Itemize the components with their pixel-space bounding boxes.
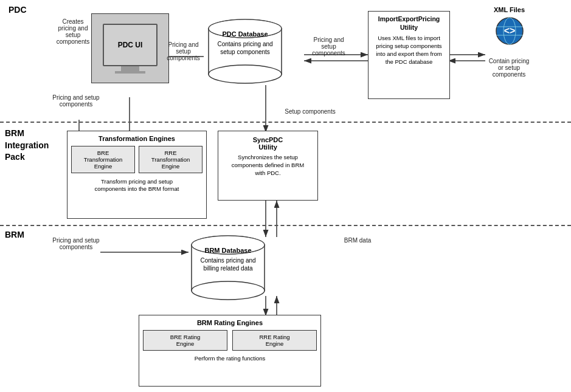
brm-section-label: BRM — [5, 230, 24, 239]
pdc-database-content: PDC Database Contains pricing andsetup c… — [206, 30, 285, 56]
rating-engines-sub-boxes: BRE RatingEngine RRE RatingEngine — [143, 330, 317, 351]
setup-components-label: Setup components — [274, 108, 347, 115]
monitor-stand — [121, 66, 139, 71]
pricing-setup-bottom-label: Pricing and setupcomponents — [46, 94, 106, 108]
syncpdc-title: SyncPDCUtility — [223, 136, 313, 151]
bre-transform-box: BRETransformationEngine — [71, 146, 135, 173]
xml-files-title: XML Files — [483, 6, 535, 13]
import-export-desc: Uses XML files to importpricing setup co… — [372, 35, 446, 66]
pdc-database-cylinder: PDC Database Contains pricing andsetup c… — [206, 13, 285, 92]
rre-rating-box: RRE RatingEngine — [232, 330, 317, 351]
pricing-setup-brm-label: Pricing and setupcomponents — [46, 237, 106, 250]
brm-database-cylinder: BRM Database Contains pricing andbilling… — [189, 230, 268, 309]
xml-globe-icon: <> — [494, 16, 525, 46]
brm-integration-brm-divider — [0, 225, 571, 226]
brm-rating-engines-box: BRM Rating Engines BRE RatingEngine RRE … — [139, 315, 321, 387]
pdc-ui-title: PDC UI — [118, 41, 143, 49]
brm-rating-engines-title: BRM Rating Engines — [143, 319, 317, 326]
brm-data-label: BRM data — [333, 237, 382, 244]
pdc-ui-box: PDC UI — [91, 13, 169, 83]
rre-transform-box: RRETransformationEngine — [139, 146, 202, 173]
transformation-engines-desc: Transform pricing and setupcomponents in… — [71, 178, 202, 193]
brm-integration-label: BRMIntegrationPack — [5, 128, 49, 163]
pricing-setup-label-2: Pricing andsetupcomponents — [306, 36, 351, 57]
xml-files-section: XML Files <> — [483, 6, 535, 46]
transformation-engines-sub-boxes: BRETransformationEngine RRETransformatio… — [71, 146, 202, 173]
brm-database-title: BRM Database — [189, 247, 268, 254]
transformation-engines-box: Transformation Engines BRETransformation… — [67, 131, 207, 219]
brm-database-desc: Contains pricing andbilling related data — [189, 256, 268, 272]
pricing-setup-label-1: Pricing andsetupcomponents — [161, 41, 206, 61]
bre-rating-box: BRE RatingEngine — [143, 330, 227, 351]
pdc-ui-screen: PDC UI — [103, 24, 157, 66]
brm-rating-desc: Perform the rating functions — [143, 355, 317, 362]
creates-pricing-label: Createspricing andsetupcomponents — [46, 18, 100, 45]
import-export-box: ImportExportPricingUtility Uses XML file… — [368, 11, 450, 99]
svg-point-16 — [209, 65, 282, 83]
syncpdc-box: SyncPDCUtility Synchronizes the setupcom… — [218, 131, 318, 201]
contain-pricing-label: Contain pricingor setupcomponents — [482, 58, 536, 78]
import-export-title: ImportExportPricingUtility — [372, 15, 446, 32]
monitor-base — [115, 71, 145, 74]
svg-point-27 — [192, 281, 265, 300]
svg-text:<>: <> — [504, 26, 515, 36]
pdc-section-label: PDC — [9, 5, 27, 15]
pdc-database-title: PDC Database — [206, 30, 285, 38]
brm-database-content: BRM Database Contains pricing andbilling… — [189, 247, 268, 272]
syncpdc-desc: Synchronizes the setupcomponents defined… — [223, 154, 313, 177]
pdc-database-desc: Contains pricing andsetup components — [206, 40, 285, 56]
transformation-engines-title: Transformation Engines — [71, 135, 202, 142]
pdc-brm-divider — [0, 122, 571, 123]
